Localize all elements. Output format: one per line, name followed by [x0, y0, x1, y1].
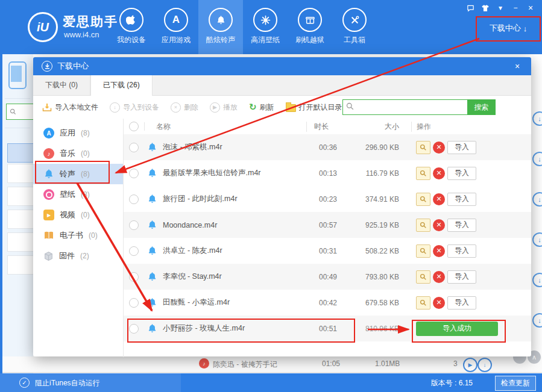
delete-row-button[interactable]: ✕: [433, 167, 445, 179]
dialog-body: A 应用 (8) ♪ 音乐 (0) 铃声 (8): [33, 119, 531, 357]
delete-button[interactable]: × 删除: [171, 102, 198, 113]
background-list-item[interactable]: [7, 232, 34, 252]
delete-row-button[interactable]: ✕: [433, 193, 445, 205]
feedback-icon[interactable]: [466, 4, 474, 12]
row-checkbox[interactable]: [129, 143, 139, 152]
category-music[interactable]: ♪ 音乐 (0): [33, 143, 123, 164]
search-input[interactable]: [342, 99, 467, 115]
locate-file-button[interactable]: [416, 219, 430, 232]
download-circle-icon[interactable]: ↓: [532, 152, 542, 166]
download-button[interactable]: ↓: [477, 358, 492, 372]
import-button[interactable]: 导入: [447, 141, 476, 154]
header-duration[interactable]: 时长: [306, 122, 350, 132]
delete-row-button[interactable]: ✕: [433, 245, 445, 257]
download-circle-icon[interactable]: ↓: [532, 273, 542, 287]
row-checkbox[interactable]: [129, 298, 139, 308]
table-row[interactable]: 洪卓立 - 陈友.m4r 00:31 508.22 KB ✕ 导入: [124, 238, 531, 264]
row-checkbox[interactable]: [129, 169, 139, 178]
theme-icon[interactable]: [481, 4, 490, 12]
download-circle-icon[interactable]: ↓: [532, 313, 542, 328]
locate-file-button[interactable]: [416, 296, 430, 310]
minimize-icon[interactable]: −: [511, 4, 520, 12]
category-ebooks[interactable]: 电子书 (0): [33, 225, 123, 246]
play-button[interactable]: ▶: [463, 358, 477, 372]
menu-icon[interactable]: ▾: [496, 4, 505, 12]
locate-file-button[interactable]: [416, 167, 430, 180]
import-device-icon: ↓: [110, 102, 120, 113]
bell-icon: [147, 272, 157, 282]
import-file-icon: [42, 103, 52, 112]
delete-row-button[interactable]: ✕: [433, 219, 445, 231]
import-button[interactable]: 导入: [447, 167, 476, 180]
ringtone-duration: 00:49: [306, 273, 350, 281]
category-firmware[interactable]: 固件 (2): [33, 246, 123, 266]
category-ringtones[interactable]: 铃声 (8): [33, 164, 123, 184]
import-button[interactable]: 导入: [447, 244, 476, 258]
search-button[interactable]: 搜索: [467, 99, 496, 115]
import-to-device-button[interactable]: ↓ 导入到设备: [110, 102, 159, 113]
row-checkbox[interactable]: [129, 220, 139, 230]
play-button[interactable]: ▶ 播放: [210, 102, 238, 113]
table-row[interactable]: 泡沫 - 邓紫棋.m4r 00:36 296.90 KB ✕ 导入: [124, 134, 531, 160]
category-apps[interactable]: A 应用 (8): [33, 123, 123, 143]
download-circle-icon[interactable]: ↓: [532, 111, 542, 126]
ringtone-name: 小野丽莎 - 玫瑰人生.m4r: [163, 323, 245, 334]
row-checkbox[interactable]: [129, 194, 139, 204]
import-button[interactable]: 导入: [447, 270, 476, 284]
locate-file-button[interactable]: [416, 141, 430, 154]
open-default-dir-button[interactable]: 打开默认目录: [286, 102, 342, 113]
background-list-item[interactable]: [7, 187, 34, 206]
category-wallpapers[interactable]: 壁纸 (8): [33, 184, 123, 205]
delete-row-button[interactable]: ✕: [433, 271, 445, 283]
locate-file-button[interactable]: [416, 193, 430, 206]
check-update-button[interactable]: 检查更新: [495, 376, 536, 391]
background-list-item[interactable]: [7, 210, 34, 229]
nav-ringtones[interactable]: 酷炫铃声: [198, 0, 243, 54]
download-circle-icon[interactable]: ↓: [532, 192, 542, 207]
row-checkbox[interactable]: [129, 272, 139, 282]
tab-downloaded[interactable]: 已下载 (26): [90, 75, 153, 96]
background-list-item[interactable]: [7, 255, 34, 275]
row-checkbox[interactable]: [129, 324, 139, 334]
import-local-file-button[interactable]: 导入本地文件: [42, 102, 98, 113]
dialog-tabs: 下载中 (0) 已下载 (26): [33, 75, 531, 96]
import-button[interactable]: 导入: [447, 193, 476, 206]
close-icon[interactable]: ×: [526, 4, 535, 12]
import-success-button[interactable]: 导入成功: [416, 322, 498, 336]
box-icon: [298, 8, 322, 32]
delete-row-button[interactable]: ✕: [433, 297, 445, 309]
locate-file-button[interactable]: [416, 270, 430, 284]
table-row[interactable]: 最新版苹果来电短信铃声.m4r 00:13 116.79 KB ✕ 导入: [124, 160, 531, 186]
background-search-box[interactable]: [6, 104, 37, 120]
import-button[interactable]: 导入: [447, 296, 476, 310]
background-list-item[interactable]: [7, 164, 34, 183]
nav-flash-jailbreak[interactable]: 刷机越狱: [288, 0, 332, 54]
nav-wallpapers[interactable]: 高清壁纸: [243, 0, 288, 54]
select-all-checkbox[interactable]: [129, 122, 139, 131]
download-circle-icon[interactable]: ↓: [532, 232, 542, 247]
block-itunes-label[interactable]: 阻止iTunes自动运行: [35, 378, 100, 388]
table-row[interactable]: Moondance.m4r 00:57 925.19 KB ✕ 导入: [124, 212, 531, 238]
nav-app-games[interactable]: A 应用游戏: [154, 0, 198, 54]
header-action[interactable]: 操作: [411, 122, 531, 132]
wallpaper-icon: [43, 189, 54, 200]
row-checkbox[interactable]: [129, 246, 139, 256]
locate-file-button[interactable]: [416, 244, 430, 258]
table-row[interactable]: 小野丽莎 - 玫瑰人生.m4r 00:51 810.96 KB 导入成功: [124, 316, 531, 341]
table-row[interactable]: 旅行团 - 此时此刻.m4r 00:23 374.91 KB ✕ 导入: [124, 186, 531, 212]
category-videos[interactable]: ▶ 视频 (0): [33, 205, 123, 225]
nav-my-device[interactable]: 我的设备: [109, 0, 154, 54]
download-center-button[interactable]: 下载中心 ↓: [477, 17, 540, 40]
header-size[interactable]: 大小: [350, 122, 411, 132]
background-list-item-selected[interactable]: [7, 143, 34, 163]
table-row[interactable]: 李幸倪 - Stay.m4r 00:49 793.80 KB ✕ 导入: [124, 264, 531, 290]
check-circle-icon[interactable]: ✓: [19, 378, 30, 388]
close-icon[interactable]: ×: [512, 61, 523, 72]
delete-row-button[interactable]: ✕: [433, 142, 445, 154]
table-row[interactable]: 田馥甄 - 小幸运.m4r 00:42 679.58 KB ✕ 导入: [124, 290, 531, 316]
import-button[interactable]: 导入: [447, 219, 476, 232]
nav-toolbox[interactable]: 工具箱: [332, 0, 377, 54]
header-name[interactable]: 名称: [145, 122, 306, 132]
tab-downloading[interactable]: 下载中 (0): [33, 75, 90, 95]
refresh-button[interactable]: ↻ 刷新: [249, 102, 274, 113]
